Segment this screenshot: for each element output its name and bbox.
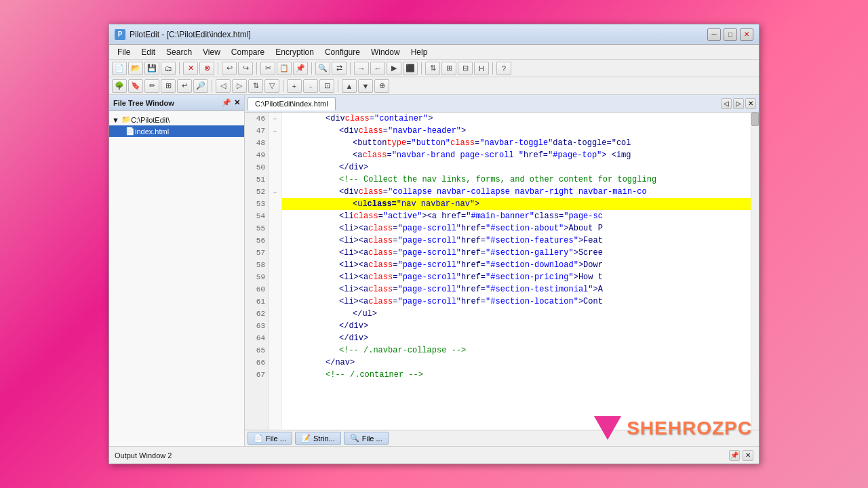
code-line-62[interactable]: </ul> [282,308,751,320]
tb2-down[interactable]: ▼ [358,79,373,93]
code-line-49[interactable]: <a class="navbar-brand page-scroll " hre… [282,149,751,161]
tb2-bookmark[interactable]: 🔖 [128,79,143,93]
sep-1 [179,62,180,75]
tree-root-item[interactable]: ▼ 📁 C:\PilotEdit\ [109,114,244,125]
tb2-zoom-out[interactable]: - [303,79,318,93]
code-line-52[interactable]: <div class="collapse navbar-collapse nav… [282,186,751,198]
tb-find[interactable]: 🔍 [315,62,330,75]
tb-new[interactable]: 📄 [112,62,127,75]
tree-file-item[interactable]: 📄 index.html [109,125,244,137]
code-line-47[interactable]: <div class="navbar-header"> [282,125,751,137]
code-line-67[interactable]: <!-- /.container --> [282,369,751,381]
tab-close-button[interactable]: ✕ [745,98,756,109]
tb-close-all[interactable]: ⊗ [199,62,214,75]
tb2-filter[interactable]: ▽ [264,79,279,93]
output-close-button[interactable]: ✕ [743,450,753,461]
tb-open[interactable]: 📂 [128,62,143,75]
code-line-51[interactable]: <!-- Collect the nav links, forms, and o… [282,174,751,186]
code-line-58[interactable]: <li><a class="page-scroll" href="#sectio… [282,259,751,271]
code-line-65[interactable]: <!-- /.navbar-collapse --> [282,344,751,357]
tb2-wrap[interactable]: ↵ [177,79,192,93]
tab-prev-button[interactable]: ◁ [721,98,732,109]
tb-undo[interactable]: ↩ [222,62,237,75]
tb-run[interactable]: ▶ [387,62,401,75]
tb-col[interactable]: ⊞ [441,62,456,75]
tb-stop[interactable]: ⬛ [403,62,418,75]
tb-paste[interactable]: 📌 [293,62,308,75]
code-line-66[interactable]: </nav> [282,357,751,369]
tb-copy[interactable]: 📋 [277,62,292,75]
output-pin-button[interactable]: 📌 [729,450,740,461]
bottom-tab-file1[interactable]: 📄 File ... [248,432,292,445]
code-line-61[interactable]: <li><a class="page-scroll" href="#sectio… [282,296,751,308]
menu-configure[interactable]: Configure [319,46,366,58]
menu-edit[interactable]: Edit [136,46,161,58]
tb-cut[interactable]: ✂ [260,62,275,75]
tb2-zoom-in[interactable]: + [287,79,302,93]
menu-search[interactable]: Search [161,46,197,58]
menu-file[interactable]: File [112,46,136,58]
code-line-63[interactable]: </div> [282,320,751,332]
tb2-sort2[interactable]: ⇅ [248,79,263,93]
tb2-up[interactable]: ▲ [342,79,357,93]
marker-52[interactable]: – [269,186,281,198]
scrollbar-thumb[interactable] [751,113,759,126]
menu-view[interactable]: View [197,46,226,58]
marker-47[interactable]: – [269,125,281,137]
line-num-64: 64 [245,332,268,344]
code-line-60[interactable]: <li><a class="page-scroll" href="#sectio… [282,283,751,296]
code-line-53[interactable]: <ul class="nav navbar-nav"> [282,198,751,210]
tb2-edit[interactable]: ✏ [144,79,159,93]
marker-46[interactable]: – [269,113,281,125]
tb-close[interactable]: ✕ [183,62,198,75]
tb-hex[interactable]: H [474,62,489,75]
editor-tab[interactable]: C:\PilotEdit\index.html [248,97,336,110]
menu-compare[interactable]: Compare [226,46,270,58]
tb-col2[interactable]: ⊟ [458,62,473,75]
minimize-button[interactable]: ─ [707,28,721,41]
tb2-prev[interactable]: ◁ [216,79,231,93]
tb-help[interactable]: ? [496,62,511,75]
tb2-zoom[interactable]: 🔎 [193,79,208,93]
tb-sort[interactable]: ⇅ [425,62,440,75]
line-num-57: 57 [245,247,268,259]
code-editor[interactable]: 46 47 48 49 50 51 52 53 54 55 56 57 58 5… [245,113,759,430]
bottom-tab-file2[interactable]: 🔍 File ... [344,432,389,445]
tb-save-all[interactable]: 🗂 [161,62,176,75]
tb-replace[interactable]: ⇄ [332,62,347,75]
bottom-tab-string[interactable]: 📝 Strin... [295,432,341,445]
code-lines[interactable]: <div class="container"> <div class="navb… [282,113,751,430]
sep-5 [350,62,351,75]
tb2-next[interactable]: ▷ [232,79,247,93]
file-tree-pin-icon[interactable]: 📌 [222,98,231,107]
menu-encryption[interactable]: Encryption [270,46,319,58]
tb-redo[interactable]: ↪ [238,62,253,75]
tb-outdent[interactable]: ← [370,62,385,75]
menu-window[interactable]: Window [366,46,406,58]
close-button[interactable]: ✕ [740,28,753,41]
tb2-cols[interactable]: ⊞ [161,79,176,93]
code-line-64[interactable]: </div> [282,332,751,344]
menu-help[interactable]: Help [406,46,433,58]
maximize-button[interactable]: □ [724,28,737,41]
code-scroll-area[interactable]: <div class="container"> <div class="navb… [282,113,759,430]
tree-expand-icon: ▼ [112,116,119,124]
code-line-48[interactable]: <button type="button" class="navbar-togg… [282,137,751,149]
code-line-54[interactable]: <li class="active"><a href="#main-banner… [282,210,751,222]
marker-54 [269,210,281,222]
code-line-55[interactable]: <li><a class="page-scroll" href="#sectio… [282,222,751,235]
code-line-56[interactable]: <li><a class="page-scroll" href="#sectio… [282,235,751,247]
code-line-46[interactable]: <div class="container"> [282,113,751,125]
code-line-57[interactable]: <li><a class="page-scroll" href="#sectio… [282,247,751,259]
editor-scrollbar[interactable] [751,113,759,430]
tb2-extra[interactable]: ⊕ [374,79,389,93]
tb-save[interactable]: 💾 [144,62,159,75]
file-tree-close-icon[interactable]: ✕ [234,98,240,107]
code-line-50[interactable]: </div> [282,161,751,174]
tb-indent[interactable]: → [354,62,369,75]
tab-next-button[interactable]: ▷ [733,98,744,109]
tb2-filetree[interactable]: 🌳 [112,79,127,93]
tb2-zoom-fit[interactable]: ⊡ [319,79,334,93]
code-line-59[interactable]: <li><a class="page-scroll" href="#sectio… [282,271,751,283]
marker-60 [269,283,281,296]
